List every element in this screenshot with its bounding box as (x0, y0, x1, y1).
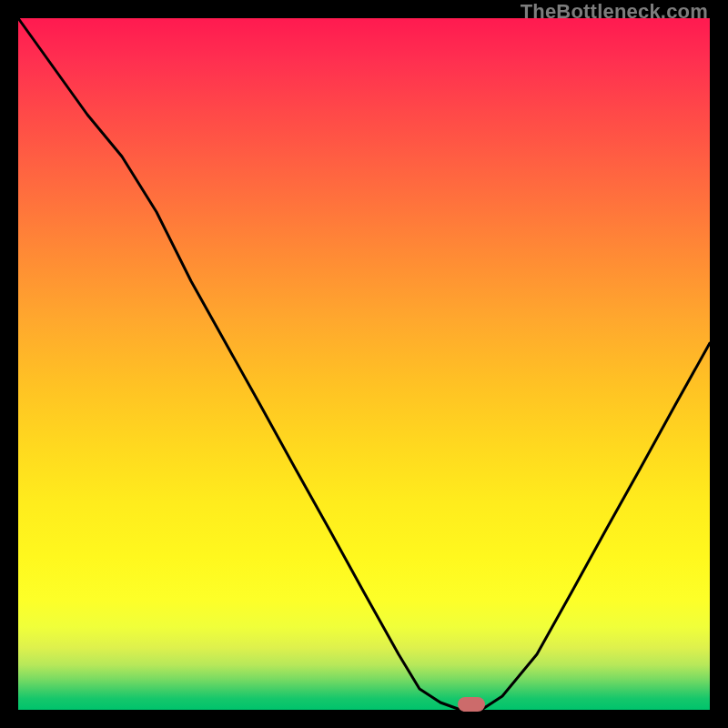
plot-area (18, 18, 710, 710)
bottleneck-curve (18, 18, 710, 710)
curve-path (18, 18, 710, 710)
chart-frame: TheBottleneck.com (0, 0, 728, 728)
watermark-text: TheBottleneck.com (521, 0, 708, 24)
optimal-marker (458, 697, 485, 712)
